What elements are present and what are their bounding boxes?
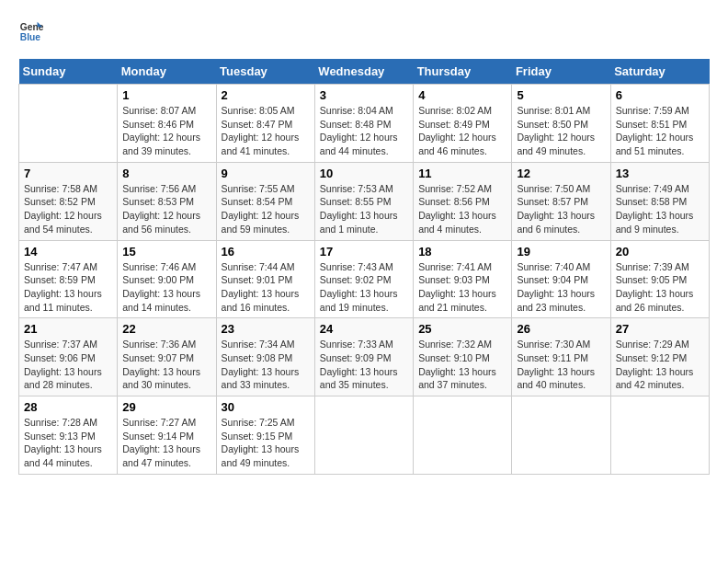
day-cell: 13 Sunrise: 7:49 AMSunset: 8:58 PMDaylig… (610, 162, 709, 240)
day-info: Sunrise: 7:56 AMSunset: 8:53 PMDaylight:… (122, 183, 200, 235)
logo: General Blue (18, 18, 48, 44)
header-cell-monday: Monday (118, 59, 216, 85)
day-cell (414, 396, 512, 475)
day-info: Sunrise: 7:43 AMSunset: 9:02 PMDaylight:… (320, 261, 398, 313)
day-info: Sunrise: 8:02 AMSunset: 8:49 PMDaylight:… (418, 105, 496, 156)
day-number: 1 (122, 88, 210, 102)
day-info: Sunrise: 7:44 AMSunset: 9:01 PMDaylight:… (222, 261, 300, 313)
day-number: 25 (418, 322, 506, 336)
header-cell-wednesday: Wednesday (314, 59, 413, 85)
day-info: Sunrise: 7:47 AMSunset: 8:59 PMDaylight:… (24, 261, 102, 313)
header-row: SundayMondayTuesdayWednesdayThursdayFrid… (19, 59, 710, 85)
day-info: Sunrise: 7:32 AMSunset: 9:10 PMDaylight:… (418, 339, 496, 390)
day-cell: 12 Sunrise: 7:50 AMSunset: 8:57 PMDaylig… (512, 162, 610, 240)
day-number: 12 (517, 167, 605, 180)
header-cell-saturday: Saturday (610, 59, 709, 85)
day-number: 18 (418, 245, 506, 259)
day-cell: 15 Sunrise: 7:46 AMSunset: 9:00 PMDaylig… (118, 240, 216, 318)
day-info: Sunrise: 7:59 AMSunset: 8:51 PMDaylight:… (616, 105, 694, 156)
day-number: 2 (222, 88, 310, 102)
day-info: Sunrise: 7:50 AMSunset: 8:57 PMDaylight:… (517, 183, 595, 235)
calendar-table: SundayMondayTuesdayWednesdayThursdayFrid… (18, 59, 710, 475)
day-cell (19, 85, 118, 163)
day-cell: 17 Sunrise: 7:43 AMSunset: 9:02 PMDaylig… (314, 240, 413, 318)
header: General Blue (18, 18, 710, 44)
day-number: 29 (122, 400, 210, 414)
day-cell: 22 Sunrise: 7:36 AMSunset: 9:07 PMDaylig… (118, 318, 216, 396)
day-info: Sunrise: 7:58 AMSunset: 8:52 PMDaylight:… (24, 183, 102, 235)
day-info: Sunrise: 8:01 AMSunset: 8:50 PMDaylight:… (517, 105, 595, 156)
day-info: Sunrise: 7:27 AMSunset: 9:14 PMDaylight:… (122, 417, 200, 468)
day-number: 3 (320, 88, 408, 102)
day-info: Sunrise: 7:30 AMSunset: 9:11 PMDaylight:… (517, 339, 595, 390)
day-cell: 7 Sunrise: 7:58 AMSunset: 8:52 PMDayligh… (19, 162, 118, 240)
day-info: Sunrise: 7:41 AMSunset: 9:03 PMDaylight:… (418, 261, 496, 313)
day-number: 20 (616, 245, 704, 259)
week-row-4: 28 Sunrise: 7:28 AMSunset: 9:13 PMDaylig… (19, 396, 710, 475)
day-info: Sunrise: 7:39 AMSunset: 9:05 PMDaylight:… (616, 261, 694, 313)
day-number: 10 (320, 167, 408, 180)
day-number: 21 (24, 322, 112, 336)
day-cell: 1 Sunrise: 8:07 AMSunset: 8:46 PMDayligh… (118, 85, 216, 163)
day-info: Sunrise: 7:36 AMSunset: 9:07 PMDaylight:… (122, 339, 200, 390)
day-number: 13 (616, 167, 704, 180)
day-info: Sunrise: 7:46 AMSunset: 9:00 PMDaylight:… (122, 261, 200, 313)
day-info: Sunrise: 7:29 AMSunset: 9:12 PMDaylight:… (616, 339, 694, 390)
day-cell: 9 Sunrise: 7:55 AMSunset: 8:54 PMDayligh… (216, 162, 314, 240)
day-cell: 4 Sunrise: 8:02 AMSunset: 8:49 PMDayligh… (414, 85, 512, 163)
day-cell: 26 Sunrise: 7:30 AMSunset: 9:11 PMDaylig… (512, 318, 610, 396)
day-number: 26 (517, 322, 605, 336)
day-cell: 10 Sunrise: 7:53 AMSunset: 8:55 PMDaylig… (314, 162, 413, 240)
day-cell: 14 Sunrise: 7:47 AMSunset: 8:59 PMDaylig… (19, 240, 118, 318)
day-cell: 3 Sunrise: 8:04 AMSunset: 8:48 PMDayligh… (314, 85, 413, 163)
day-info: Sunrise: 8:05 AMSunset: 8:47 PMDaylight:… (222, 105, 300, 156)
day-number: 28 (24, 400, 112, 414)
day-cell: 28 Sunrise: 7:28 AMSunset: 9:13 PMDaylig… (19, 396, 118, 475)
day-cell: 5 Sunrise: 8:01 AMSunset: 8:50 PMDayligh… (512, 85, 610, 163)
header-cell-tuesday: Tuesday (216, 59, 314, 85)
day-number: 6 (616, 88, 704, 102)
day-info: Sunrise: 8:04 AMSunset: 8:48 PMDaylight:… (320, 105, 398, 156)
day-info: Sunrise: 7:37 AMSunset: 9:06 PMDaylight:… (24, 339, 102, 390)
day-number: 23 (222, 322, 310, 336)
day-cell: 2 Sunrise: 8:05 AMSunset: 8:47 PMDayligh… (216, 85, 314, 163)
day-info: Sunrise: 7:28 AMSunset: 9:13 PMDaylight:… (24, 417, 102, 468)
day-number: 14 (24, 245, 112, 259)
day-number: 27 (616, 322, 704, 336)
day-cell: 30 Sunrise: 7:25 AMSunset: 9:15 PMDaylig… (216, 396, 314, 475)
day-number: 16 (222, 245, 310, 259)
day-number: 30 (222, 400, 310, 414)
svg-text:General: General (20, 22, 44, 32)
day-info: Sunrise: 8:07 AMSunset: 8:46 PMDaylight:… (122, 105, 200, 156)
day-number: 9 (222, 167, 310, 180)
header-cell-sunday: Sunday (19, 59, 118, 85)
day-cell (314, 396, 413, 475)
logo-icon: General Blue (18, 18, 44, 44)
day-number: 8 (122, 167, 210, 180)
day-info: Sunrise: 7:33 AMSunset: 9:09 PMDaylight:… (320, 339, 398, 390)
day-cell: 23 Sunrise: 7:34 AMSunset: 9:08 PMDaylig… (216, 318, 314, 396)
day-info: Sunrise: 7:52 AMSunset: 8:56 PMDaylight:… (418, 183, 496, 235)
day-cell: 24 Sunrise: 7:33 AMSunset: 9:09 PMDaylig… (314, 318, 413, 396)
day-info: Sunrise: 7:49 AMSunset: 8:58 PMDaylight:… (616, 183, 694, 235)
day-info: Sunrise: 7:34 AMSunset: 9:08 PMDaylight:… (222, 339, 300, 390)
week-row-0: 1 Sunrise: 8:07 AMSunset: 8:46 PMDayligh… (19, 85, 710, 163)
day-cell: 20 Sunrise: 7:39 AMSunset: 9:05 PMDaylig… (610, 240, 709, 318)
day-number: 4 (418, 88, 506, 102)
day-info: Sunrise: 7:25 AMSunset: 9:15 PMDaylight:… (222, 417, 300, 468)
calendar-body: 1 Sunrise: 8:07 AMSunset: 8:46 PMDayligh… (19, 85, 710, 475)
day-cell: 21 Sunrise: 7:37 AMSunset: 9:06 PMDaylig… (19, 318, 118, 396)
day-info: Sunrise: 7:55 AMSunset: 8:54 PMDaylight:… (222, 183, 300, 235)
day-number: 17 (320, 245, 408, 259)
day-info: Sunrise: 7:53 AMSunset: 8:55 PMDaylight:… (320, 183, 398, 235)
day-cell: 11 Sunrise: 7:52 AMSunset: 8:56 PMDaylig… (414, 162, 512, 240)
svg-text:Blue: Blue (20, 32, 41, 42)
day-number: 7 (24, 167, 112, 180)
day-cell: 16 Sunrise: 7:44 AMSunset: 9:01 PMDaylig… (216, 240, 314, 318)
day-cell: 25 Sunrise: 7:32 AMSunset: 9:10 PMDaylig… (414, 318, 512, 396)
day-number: 24 (320, 322, 408, 336)
day-number: 22 (122, 322, 210, 336)
header-cell-friday: Friday (512, 59, 610, 85)
day-number: 19 (517, 245, 605, 259)
day-number: 11 (418, 167, 506, 180)
